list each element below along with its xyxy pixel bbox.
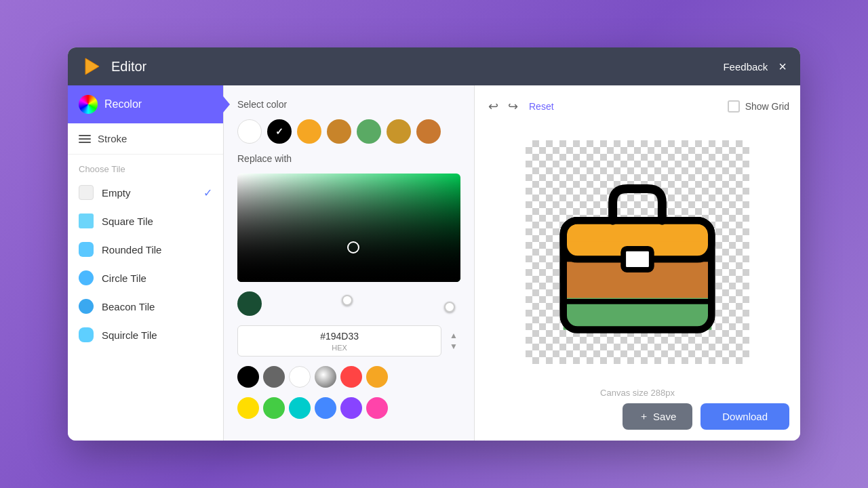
tile-item-empty[interactable]: Empty ✓: [68, 178, 223, 207]
bottom-actions: ＋ Save Download: [486, 403, 789, 430]
tile-label-empty: Empty: [102, 187, 131, 199]
tile-swatch-circle: [79, 270, 94, 285]
color-picker-area[interactable]: [237, 174, 460, 282]
show-grid-checkbox[interactable]: [728, 100, 740, 113]
reset-button[interactable]: Reset: [529, 101, 554, 112]
stroke-label: Stroke: [98, 133, 127, 144]
swatch-green[interactable]: [357, 119, 381, 144]
color-preview-dot: [237, 291, 262, 316]
preset-black[interactable]: [237, 366, 259, 388]
undo-button[interactable]: ↩: [486, 96, 501, 117]
briefcase-icon: [549, 164, 726, 340]
preset-pink[interactable]: [366, 397, 388, 419]
hex-input[interactable]: [246, 331, 433, 342]
swatch-gold[interactable]: [387, 119, 411, 144]
main-content: Recolor Stroke Choose Tile Empty ✓ Squar…: [68, 85, 800, 441]
canvas-area: [486, 122, 789, 382]
select-color-label: Select color: [237, 99, 460, 110]
sidebar-stroke-item[interactable]: Stroke: [68, 123, 223, 155]
title-bar-actions: Feedback ×: [723, 60, 787, 73]
preset-lime[interactable]: [263, 397, 285, 419]
hue-thumb: [342, 295, 353, 306]
canvas-toolbar: ↩ ↪ Reset Show Grid: [486, 96, 789, 117]
tile-swatch-square: [79, 214, 94, 228]
preset-white[interactable]: [289, 366, 311, 388]
canvas-container: [526, 140, 749, 364]
sidebar-recolor-item[interactable]: Recolor: [68, 85, 223, 123]
preset-red[interactable]: [340, 366, 362, 388]
tile-label-beacon: Beacon Tile: [102, 301, 155, 312]
preset-colors-row-2: [237, 397, 460, 419]
hamburger-icon: [79, 135, 91, 143]
tile-list: Empty ✓ Square Tile Rounded Tile Circle …: [68, 178, 223, 441]
preset-purple[interactable]: [340, 397, 362, 419]
tile-item-circle[interactable]: Circle Tile: [68, 264, 223, 292]
recolor-icon: [79, 95, 98, 114]
middle-panel: Select color Replace with: [224, 85, 475, 441]
tile-label-squircle: Squircle Tile: [102, 329, 157, 341]
tile-check-empty: ✓: [203, 186, 212, 199]
opacity-thumb: [444, 302, 455, 312]
preset-gray[interactable]: [263, 366, 285, 388]
choose-tile-label: Choose Tile: [68, 155, 223, 178]
sidebar: Recolor Stroke Choose Tile Empty ✓ Squar…: [68, 85, 224, 441]
preset-blue[interactable]: [315, 397, 336, 419]
hex-row: HEX ▲ ▼: [237, 325, 460, 357]
tile-swatch-beacon: [79, 299, 94, 314]
hex-input-wrapper: HEX: [237, 325, 441, 357]
save-button[interactable]: ＋ Save: [623, 403, 692, 430]
recolor-label: Recolor: [104, 98, 142, 110]
save-label: Save: [653, 411, 676, 422]
tile-label-rounded: Rounded Tile: [102, 244, 161, 256]
swatch-orange1[interactable]: [297, 119, 321, 144]
tile-item-square[interactable]: Square Tile: [68, 207, 223, 235]
save-icon: ＋: [639, 410, 649, 423]
tile-swatch-squircle: [79, 327, 94, 342]
right-panel: ↩ ↪ Reset Show Grid: [475, 85, 800, 441]
tile-item-rounded[interactable]: Rounded Tile: [68, 235, 223, 264]
color-swatches: [237, 119, 460, 144]
app-window: Editor Feedback × Recolor Stroke Choose …: [68, 47, 800, 441]
picker-cursor: [347, 241, 359, 253]
tile-item-beacon[interactable]: Beacon Tile: [68, 292, 223, 321]
redo-button[interactable]: ↪: [505, 96, 521, 117]
canvas-size-label: Canvas size 288px: [600, 388, 675, 398]
replace-with-label: Replace with: [237, 153, 460, 164]
preset-colors-row: [237, 366, 460, 388]
swatch-brown[interactable]: [327, 119, 351, 144]
title-bar: Editor Feedback ×: [68, 47, 800, 85]
spinner-buttons: ▲ ▼: [447, 331, 460, 351]
show-grid-area: Show Grid: [728, 100, 789, 113]
tile-swatch-empty: [79, 185, 94, 200]
tile-swatch-rounded: [79, 242, 94, 257]
app-title: Editor: [111, 59, 723, 75]
preset-checkers[interactable]: [315, 366, 336, 388]
svg-marker-0: [85, 58, 99, 75]
preset-yellow[interactable]: [237, 397, 259, 419]
download-button[interactable]: Download: [701, 403, 789, 430]
swatch-black[interactable]: [267, 119, 292, 144]
hue-slider-row: [237, 291, 460, 316]
tile-label-circle: Circle Tile: [102, 272, 146, 284]
tile-item-squircle[interactable]: Squircle Tile: [68, 321, 223, 349]
show-grid-label: Show Grid: [745, 101, 789, 112]
preset-teal[interactable]: [289, 397, 311, 419]
swatch-white[interactable]: [237, 119, 262, 144]
preset-orange[interactable]: [366, 366, 388, 388]
spinner-down-button[interactable]: ▼: [447, 342, 460, 351]
close-button[interactable]: ×: [778, 60, 787, 73]
app-logo: [81, 56, 103, 77]
feedback-button[interactable]: Feedback: [723, 61, 768, 73]
swatch-tan[interactable]: [416, 119, 441, 144]
tile-label-square: Square Tile: [102, 216, 153, 227]
spinner-up-button[interactable]: ▲: [447, 331, 460, 340]
svg-rect-10: [623, 249, 652, 270]
undo-redo: ↩ ↪: [486, 96, 521, 117]
hex-label: HEX: [246, 344, 433, 352]
